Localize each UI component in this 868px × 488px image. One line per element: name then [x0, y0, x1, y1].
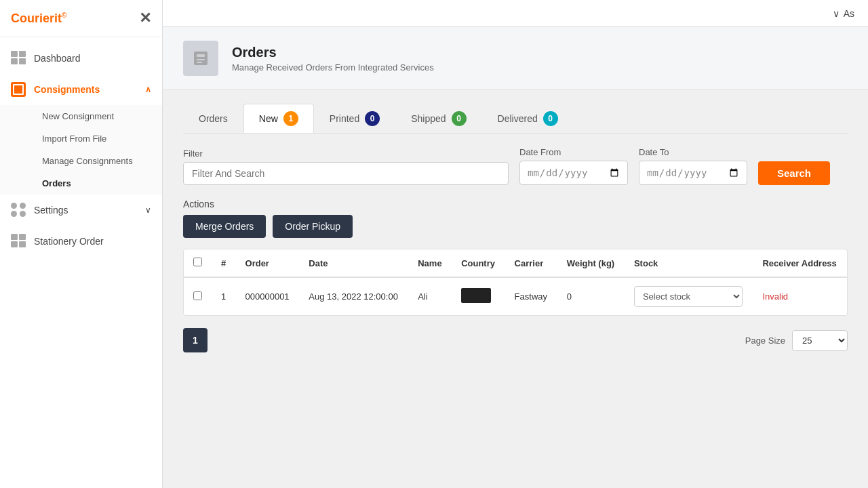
row-num: 1 [212, 277, 236, 315]
filter-row: Filter Date From Date To Search [183, 147, 848, 185]
sidebar-item-label: Dashboard [34, 53, 81, 64]
row-checkbox-cell [184, 277, 212, 315]
close-sidebar-button[interactable]: ✕ [139, 9, 151, 27]
order-pickup-button[interactable]: Order Pickup [273, 215, 353, 238]
date-to-label: Date To [639, 147, 747, 157]
content-area: Orders New 1 Printed 0 Shipped 0 Deliver… [163, 90, 868, 488]
sidebar-item-label: Stationery Order [34, 236, 104, 247]
sub-item-label: Manage Consignments [42, 156, 133, 166]
sidebar-item-settings[interactable]: Settings ∨ [0, 195, 162, 226]
tab-badge-new: 1 [283, 111, 298, 126]
sidebar-item-stationery-order[interactable]: Stationery Order [0, 226, 162, 257]
row-date: Aug 13, 2022 12:00:00 [299, 277, 408, 315]
page-1-button[interactable]: 1 [183, 328, 208, 352]
page-size-group: Page Size 25 50 100 [745, 330, 848, 351]
sidebar-sub-item-new-consignment[interactable]: New Consignment [34, 105, 162, 127]
page-size-select[interactable]: 25 50 100 [792, 330, 848, 351]
main-content: ∨ As Orders Manage Received Orders From … [163, 0, 868, 488]
sidebar: Courierit© ✕ Dashboard Consignments ∧ Ne… [0, 0, 163, 488]
table-col-weight: Weight (kg) [557, 249, 625, 277]
date-to-input[interactable] [639, 161, 747, 185]
sub-item-label: Import From File [42, 134, 106, 144]
actions-row: Actions Merge Orders Order Pickup [183, 199, 848, 238]
tab-new[interactable]: New 1 [243, 104, 314, 133]
table-col-order: Order [236, 249, 300, 277]
row-receiver-address: Invalid [753, 277, 847, 315]
row-name: Ali [408, 277, 452, 315]
tab-label: Delivered [498, 113, 538, 124]
svg-rect-3 [197, 62, 202, 63]
tab-label: Printed [330, 113, 359, 124]
actions-label: Actions [183, 199, 848, 209]
date-from-input[interactable] [519, 161, 628, 185]
date-from-label: Date From [519, 147, 628, 157]
table-col-name: Name [408, 249, 452, 277]
table-row: 1 000000001 Aug 13, 2022 12:00:00 Ali Fa… [184, 277, 847, 315]
page-size-label: Page Size [745, 336, 785, 346]
sidebar-header: Courierit© ✕ [0, 0, 162, 37]
tab-badge-shipped: 0 [452, 111, 467, 126]
svg-rect-2 [197, 59, 205, 60]
sidebar-item-label: Consignments [34, 84, 100, 95]
tab-label: New [259, 113, 278, 124]
table-col-country: Country [452, 249, 505, 277]
pagination-row: 1 Page Size 25 50 100 [183, 328, 848, 352]
receiver-address-value: Invalid [762, 291, 788, 302]
tab-badge-delivered: 0 [543, 111, 558, 126]
app-logo: Courierit© [11, 12, 66, 26]
tab-badge-printed: 0 [365, 111, 380, 126]
actions-buttons: Merge Orders Order Pickup [183, 215, 848, 238]
date-to-group: Date To [639, 147, 747, 185]
dashboard-icon [11, 51, 26, 66]
consignments-icon [11, 82, 26, 97]
page-subtitle: Manage Received Orders From Integrated S… [232, 62, 434, 73]
topbar: ∨ As [163, 0, 868, 27]
stock-select[interactable]: Select stock [634, 286, 743, 307]
stationery-icon [11, 234, 26, 249]
country-flag [461, 288, 491, 303]
sidebar-navigation: Dashboard Consignments ∧ New Consignment… [0, 37, 162, 488]
row-weight: 0 [557, 277, 625, 315]
sidebar-item-consignments[interactable]: Consignments ∧ [0, 74, 162, 105]
merge-orders-button[interactable]: Merge Orders [183, 215, 266, 238]
tab-printed[interactable]: Printed 0 [314, 104, 395, 133]
chevron-down-icon: ∨ [145, 205, 151, 215]
filter-label: Filter [183, 148, 509, 159]
sidebar-sub-item-import-from-file[interactable]: Import From File [34, 127, 162, 150]
orders-table-wrap: # Order Date Name Country Carrier Weight… [183, 249, 848, 316]
table-col-receiver: Receiver Address [753, 249, 847, 277]
settings-icon [11, 203, 26, 218]
table-col-num: # [212, 249, 236, 277]
tab-shipped[interactable]: Shipped 0 [395, 104, 481, 133]
select-all-checkbox[interactable] [193, 258, 202, 266]
page-header-icon [183, 41, 218, 76]
user-menu[interactable]: ∨ As [833, 8, 854, 19]
row-order: 000000001 [236, 277, 300, 315]
page-header: Orders Manage Received Orders From Integ… [163, 27, 868, 90]
sidebar-sub-item-orders[interactable]: Orders [34, 172, 162, 195]
page-header-text: Orders Manage Received Orders From Integ… [232, 45, 434, 73]
date-from-group: Date From [519, 147, 628, 185]
tab-label: Orders [199, 113, 228, 124]
search-button[interactable]: Search [758, 161, 830, 185]
sub-item-label: Orders [42, 178, 71, 188]
tab-label: Shipped [411, 113, 446, 124]
table-header-select-all [184, 249, 212, 277]
filter-search-input[interactable] [183, 162, 509, 185]
row-checkbox[interactable] [193, 291, 202, 300]
tab-delivered[interactable]: Delivered 0 [482, 104, 574, 133]
page-title: Orders [232, 45, 434, 60]
pagination-buttons: 1 [183, 328, 208, 352]
table-col-date: Date [299, 249, 408, 277]
sidebar-item-label: Settings [34, 205, 68, 216]
table-col-carrier: Carrier [505, 249, 557, 277]
table-header-row: # Order Date Name Country Carrier Weight… [184, 249, 847, 277]
tab-orders[interactable]: Orders [183, 106, 243, 131]
orders-table: # Order Date Name Country Carrier Weight… [184, 249, 847, 315]
sidebar-sub-item-manage-consignments[interactable]: Manage Consignments [34, 150, 162, 172]
svg-rect-1 [197, 54, 205, 57]
sidebar-item-dashboard[interactable]: Dashboard [0, 43, 162, 74]
logo-text: Courier [11, 12, 54, 25]
chevron-up-icon: ∧ [145, 85, 151, 94]
row-stock: Select stock [625, 277, 753, 315]
